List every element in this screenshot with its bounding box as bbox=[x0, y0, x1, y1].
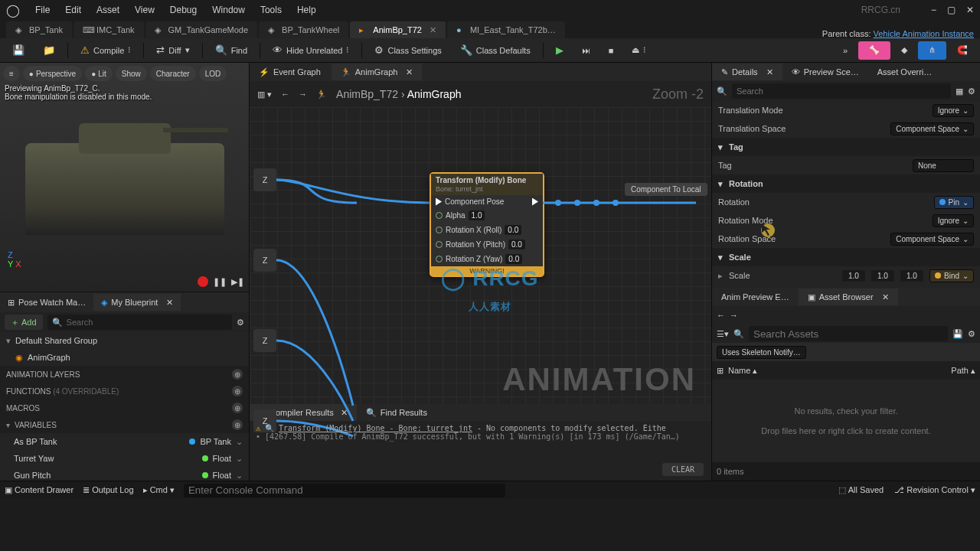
browse-button[interactable]: 📁 bbox=[37, 41, 61, 60]
name-column[interactable]: Name ▴ bbox=[728, 366, 946, 376]
menu-debug[interactable]: Debug bbox=[170, 5, 197, 15]
macros-header[interactable]: MACROS⊕ bbox=[0, 399, 249, 416]
bind-dropdown[interactable]: Bind ⌄ bbox=[929, 269, 974, 282]
nav-back[interactable]: ← bbox=[281, 90, 289, 99]
overflow-button[interactable]: » bbox=[837, 41, 854, 60]
path-column[interactable]: Path ▴ bbox=[951, 366, 975, 376]
parent-class-link[interactable]: Vehicle Animation Instance bbox=[874, 29, 974, 38]
tab-mi-east-tank[interactable]: ●MI_East_Tank_T72b… bbox=[447, 21, 565, 38]
event-graph-tab[interactable]: ⚡Event Graph bbox=[250, 64, 330, 80]
exec-pin-in[interactable] bbox=[436, 198, 442, 206]
asset-browser-body[interactable]: No results, check your filter. Drop file… bbox=[712, 380, 980, 462]
variables-header[interactable]: ▾VARIABLES⊕ bbox=[0, 416, 249, 433]
tab-gm-gamemode[interactable]: ◈GM_TankGameMode bbox=[145, 21, 258, 38]
cmd-dropdown[interactable]: ▸ Cmd ▾ bbox=[143, 485, 175, 495]
var-gun-pitch[interactable]: Gun PitchFloat⌄ bbox=[0, 467, 249, 481]
default-shared-group[interactable]: ▾Default Shared Group bbox=[0, 332, 249, 349]
compile-button[interactable]: ⚠Compile ⁝ bbox=[74, 41, 137, 60]
asset-search[interactable] bbox=[749, 326, 948, 341]
console-input[interactable] bbox=[184, 484, 505, 497]
scale-y[interactable]: 1.0 bbox=[871, 270, 894, 282]
window-close-icon[interactable]: ✕ bbox=[966, 5, 974, 15]
grid-icon[interactable]: ▦ bbox=[956, 86, 963, 96]
revision-control-button[interactable]: ⎇ Revision Control ▾ bbox=[894, 485, 975, 495]
component-to-local-node[interactable]: Component To Local bbox=[625, 183, 707, 196]
pose-watch-tab[interactable]: ⊞Pose Watch Ma… bbox=[0, 294, 93, 311]
play-button[interactable]: ▶ bbox=[550, 41, 570, 60]
rotation-section[interactable]: ▾ Rotation bbox=[712, 174, 980, 193]
pause-button[interactable]: ❚❚ bbox=[213, 277, 227, 287]
rotation-pin-dropdown[interactable]: Pin ⌄ bbox=[934, 196, 974, 209]
tab-bp-tank[interactable]: ◈BP_Tank bbox=[6, 21, 72, 38]
add-button[interactable]: ＋ Add bbox=[5, 315, 43, 330]
exec-pin-out[interactable] bbox=[532, 198, 538, 206]
window-maximize-icon[interactable]: ▢ bbox=[947, 5, 956, 15]
scale-x[interactable]: 1.0 bbox=[842, 270, 865, 282]
menu-asset[interactable]: Asset bbox=[96, 5, 119, 15]
nav-fwd[interactable]: → bbox=[299, 90, 307, 99]
details-search[interactable] bbox=[732, 83, 951, 99]
skeleton-mode-button[interactable]: 🦴 bbox=[858, 41, 890, 60]
blueprint-search[interactable]: 🔍Search bbox=[47, 315, 232, 330]
close-icon[interactable]: ✕ bbox=[882, 292, 889, 302]
close-icon[interactable]: ✕ bbox=[166, 298, 173, 308]
anim-preview-editor-tab[interactable]: Anim Preview E… bbox=[712, 289, 799, 305]
plus-icon[interactable]: ⊕ bbox=[232, 369, 243, 380]
hide-unrelated-button[interactable]: 👁Hide Unrelated ⁝ bbox=[266, 41, 355, 60]
viewport-character[interactable]: Character bbox=[150, 66, 196, 81]
diff-button[interactable]: ⇄Diff ▾ bbox=[150, 41, 195, 60]
plus-icon[interactable]: ⊕ bbox=[232, 419, 243, 430]
class-settings-button[interactable]: ⚙Class Settings bbox=[368, 41, 447, 60]
graph-node-input[interactable]: Z bbox=[253, 329, 276, 352]
transform-modify-bone-node[interactable]: Transform (Modify) BoneBone: turret_jnt … bbox=[430, 172, 544, 277]
rotx-pin[interactable] bbox=[436, 227, 443, 233]
anim-mode-button[interactable]: ⋔ bbox=[918, 41, 946, 60]
viewport-perspective[interactable]: ● Perspective bbox=[23, 66, 82, 81]
var-as-bp-tank[interactable]: As BP TankBP Tank⌄ bbox=[0, 433, 249, 450]
find-button[interactable]: 🔍Find bbox=[209, 41, 253, 60]
breadcrumb[interactable]: AnimBp_T72 › AnimGraph bbox=[336, 88, 461, 100]
output-log-button[interactable]: ≣ Output Log bbox=[83, 485, 134, 495]
menu-view[interactable]: View bbox=[135, 5, 155, 15]
viewport-menu[interactable]: ≡ bbox=[3, 66, 20, 81]
save-icon[interactable]: 💾 bbox=[952, 329, 963, 339]
filter-icon[interactable]: ☰▾ bbox=[717, 329, 729, 339]
close-icon[interactable]: ✕ bbox=[341, 408, 348, 418]
physics-mode-button[interactable]: 🧲 bbox=[951, 41, 974, 60]
record-button[interactable] bbox=[198, 276, 208, 287]
nav-menu-icon[interactable]: ▥ ▾ bbox=[257, 90, 272, 99]
eject-button[interactable]: ⏏ ⁝ bbox=[626, 41, 652, 60]
viewport-show[interactable]: Show bbox=[116, 66, 147, 81]
tab-imc-tank[interactable]: ⌨IMC_Tank bbox=[74, 21, 144, 38]
close-icon[interactable]: ✕ bbox=[766, 67, 773, 77]
menu-edit[interactable]: Edit bbox=[65, 5, 81, 15]
menu-tools[interactable]: Tools bbox=[260, 5, 282, 15]
step-button[interactable]: ⏭ bbox=[576, 41, 596, 60]
scale-z[interactable]: 1.0 bbox=[900, 270, 923, 282]
plus-icon[interactable]: ⊕ bbox=[232, 403, 243, 413]
graph-canvas[interactable]: Z Z Z Z Transform (Modify) BoneBone: tur… bbox=[250, 107, 711, 404]
tag-field[interactable]: None bbox=[913, 159, 974, 172]
tag-section[interactable]: ▾ Tag bbox=[712, 138, 980, 156]
content-drawer-button[interactable]: ▣ Content Drawer bbox=[5, 485, 74, 495]
nav-back[interactable]: ← bbox=[717, 311, 725, 320]
viewport-lod[interactable]: LOD bbox=[199, 66, 227, 81]
graph-node-input[interactable]: Z bbox=[253, 168, 276, 191]
nav-fwd[interactable]: → bbox=[730, 311, 738, 320]
my-blueprint-tab[interactable]: ◈My Blueprint✕ bbox=[93, 294, 181, 311]
asset-browser-tab[interactable]: ▣Asset Browser✕ bbox=[799, 289, 898, 305]
alpha-pin[interactable] bbox=[436, 212, 443, 219]
window-minimize-icon[interactable]: − bbox=[931, 5, 936, 15]
mesh-mode-button[interactable]: ◆ bbox=[895, 41, 913, 60]
var-turret-yaw[interactable]: Turret YawFloat⌄ bbox=[0, 450, 249, 467]
functions-header[interactable]: FUNCTIONS (4 OVERRIDABLE)⊕ bbox=[0, 383, 249, 399]
rotz-pin[interactable] bbox=[436, 256, 443, 262]
close-icon[interactable]: ✕ bbox=[406, 67, 413, 77]
scale-section[interactable]: ▾ Scale bbox=[712, 248, 980, 266]
clear-button[interactable]: CLEAR bbox=[662, 463, 704, 476]
class-defaults-button[interactable]: 🔧Class Defaults bbox=[454, 41, 537, 60]
anim-graph-tab[interactable]: 🏃AnimGraph✕ bbox=[332, 64, 423, 80]
settings-icon[interactable]: ⚙ bbox=[237, 318, 244, 328]
roty-pin[interactable] bbox=[436, 241, 443, 248]
skeleton-notify-filter[interactable]: Uses Skeleton Notify… bbox=[717, 346, 806, 359]
